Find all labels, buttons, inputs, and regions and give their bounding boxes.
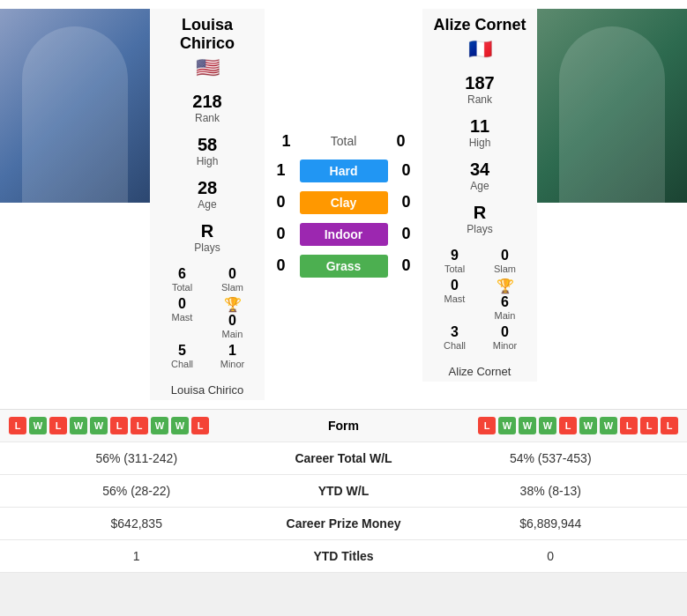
- player-left-chall: 5 Chall: [161, 343, 204, 369]
- player-left-name: Louisa Chirico: [153, 16, 261, 53]
- grass-right-score: 0: [393, 256, 420, 275]
- player-right-name-below: Alize Cornet: [422, 361, 537, 382]
- indoor-badge: Indoor: [300, 223, 388, 246]
- stat-left-value: $642,835: [18, 516, 256, 531]
- player-left-photo: [0, 9, 150, 203]
- player-left-minor: 1 Minor: [211, 343, 254, 369]
- player-right-rank-box: 187 Rank: [465, 73, 494, 106]
- clay-row: 0 Clay 0: [265, 191, 422, 214]
- indoor-right-score: 0: [393, 225, 420, 243]
- player-left-rank-label: Rank: [192, 112, 221, 124]
- player-right-slam: 0 Slam: [483, 248, 526, 274]
- stat-rows-container: 56% (311-242)Career Total W/L54% (537-45…: [0, 442, 687, 573]
- player-right-total: 9 Total: [433, 248, 476, 274]
- form-badge-right: L: [661, 417, 678, 434]
- clay-left-score: 0: [268, 193, 295, 212]
- hard-badge: Hard: [300, 160, 388, 182]
- player-right-age-value: 34: [470, 160, 489, 180]
- clay-right-score: 0: [393, 193, 420, 212]
- stat-row: $642,835Career Prize Money$6,889,944: [0, 508, 687, 540]
- player-right-plays-label: Plays: [467, 223, 492, 235]
- player-left-high-value: 58: [197, 135, 219, 155]
- form-badges-left: LWLWWLLWWL: [9, 417, 287, 434]
- form-badge-right: L: [620, 417, 638, 434]
- player-right-minor: 0 Minor: [483, 324, 526, 351]
- player-right-trophy: 🏆 6 Main: [483, 278, 526, 321]
- indoor-row: 0 Indoor 0: [265, 223, 422, 246]
- player-right-high-label: High: [469, 137, 491, 149]
- form-badge-left: W: [70, 417, 87, 434]
- hard-left-score: 1: [268, 161, 295, 180]
- stat-left-value: 1: [18, 549, 256, 563]
- form-badge-left: W: [151, 417, 168, 434]
- form-badge-right: W: [579, 417, 597, 434]
- form-badge-right: W: [498, 417, 516, 434]
- player-left-age-label: Age: [198, 198, 217, 211]
- player-right-mast: 0 Mast: [433, 278, 476, 321]
- player-right-chall: 3 Chall: [433, 324, 476, 351]
- stat-left-value: 56% (311-242): [18, 451, 256, 465]
- player-left-trophy: 🏆 0 Main: [211, 296, 254, 339]
- form-badge-right: W: [600, 417, 617, 434]
- player-left-mast: 0 Mast: [161, 296, 204, 339]
- stat-center-label: YTD Titles: [256, 549, 432, 563]
- form-badge-right: L: [640, 417, 658, 434]
- total-left-score: 1: [273, 132, 300, 151]
- stat-right-value: $6,889,944: [432, 516, 670, 531]
- player-right-plays-box: R Plays: [467, 203, 492, 235]
- form-badge-left: L: [49, 417, 67, 434]
- clay-badge: Clay: [300, 191, 388, 214]
- main-container: Louisa Chirico 🇺🇸 218 Rank 58 High 28 Ag…: [0, 0, 687, 573]
- stat-row: 56% (28-22)YTD W/L38% (8-13): [0, 475, 687, 508]
- form-badge-left: W: [29, 417, 47, 434]
- stat-center-label: Career Prize Money: [256, 516, 432, 531]
- player-right-plays-value: R: [467, 203, 492, 223]
- stat-right-value: 0: [432, 549, 670, 563]
- player-left-slam: 0 Slam: [211, 266, 254, 293]
- player-left-plays-box: R Plays: [194, 221, 220, 254]
- player-right-high-box: 11 High: [469, 116, 491, 149]
- hard-row: 1 Hard 0: [265, 160, 422, 182]
- grass-left-score: 0: [268, 256, 295, 275]
- form-badge-right: W: [519, 417, 536, 434]
- stat-right-value: 54% (537-453): [432, 451, 670, 465]
- hard-right-score: 0: [393, 161, 420, 180]
- player-right-high-value: 11: [469, 116, 491, 137]
- player-left-col: Louisa Chirico 🇺🇸 218 Rank 58 High 28 Ag…: [150, 9, 265, 400]
- player-right-stats: Alize Cornet 🇫🇷 187 Rank 11 High 34 Age …: [422, 9, 537, 361]
- player-left-age-box: 28 Age: [198, 178, 217, 211]
- player-left-stats: Louisa Chirico 🇺🇸 218 Rank 58 High 28 Ag…: [150, 9, 265, 380]
- player-right-grid: 9 Total 0 Slam 0 Mast 🏆 6 Main: [426, 244, 534, 354]
- stat-right-value: 38% (8-13): [432, 484, 670, 498]
- stat-center-label: Career Total W/L: [256, 451, 432, 465]
- player-right-flag: 🇫🇷: [468, 38, 492, 61]
- form-badges-right: LWWWLWWLLL: [401, 417, 679, 434]
- player-left-flag: 🇺🇸: [196, 56, 220, 79]
- total-row: 1 Total 0: [265, 132, 422, 151]
- indoor-left-score: 0: [268, 225, 295, 243]
- center-section: 1 Total 0 1 Hard 0 0 Clay 0 0 Indoor 0: [265, 9, 422, 400]
- bottom-section: LWLWWLLWWL Form LWWWLWWLLL 56% (311-242)…: [0, 409, 687, 573]
- form-row: LWLWWLLWWL Form LWWWLWWLLL: [0, 410, 687, 442]
- form-label: Form: [287, 419, 401, 433]
- player-left-name-below: Louisa Chirico: [150, 380, 265, 400]
- stat-row: 56% (311-242)Career Total W/L54% (537-45…: [0, 442, 687, 475]
- player-left-age-value: 28: [198, 178, 217, 198]
- player-left-grid: 6 Total 0 Slam 0 Mast 🏆 0 Main: [153, 263, 261, 373]
- form-badge-right: L: [478, 417, 496, 434]
- player-left-plays-value: R: [194, 221, 220, 241]
- form-badge-right: L: [559, 417, 577, 434]
- player-left-total: 6 Total: [161, 266, 204, 293]
- player-left-rank-box: 218 Rank: [192, 92, 221, 124]
- form-badge-left: W: [90, 417, 108, 434]
- player-right-age-label: Age: [470, 180, 489, 192]
- player-right-rank-label: Rank: [465, 93, 494, 106]
- player-left-high-label: High: [197, 155, 219, 167]
- form-badge-left: L: [131, 417, 148, 434]
- form-badge-left: L: [191, 417, 209, 434]
- player-right-age-box: 34 Age: [470, 160, 489, 192]
- stat-center-label: YTD W/L: [256, 484, 432, 498]
- player-left-plays-label: Plays: [194, 241, 220, 254]
- grass-row: 0 Grass 0: [265, 255, 422, 278]
- top-section: Louisa Chirico 🇺🇸 218 Rank 58 High 28 Ag…: [0, 0, 687, 409]
